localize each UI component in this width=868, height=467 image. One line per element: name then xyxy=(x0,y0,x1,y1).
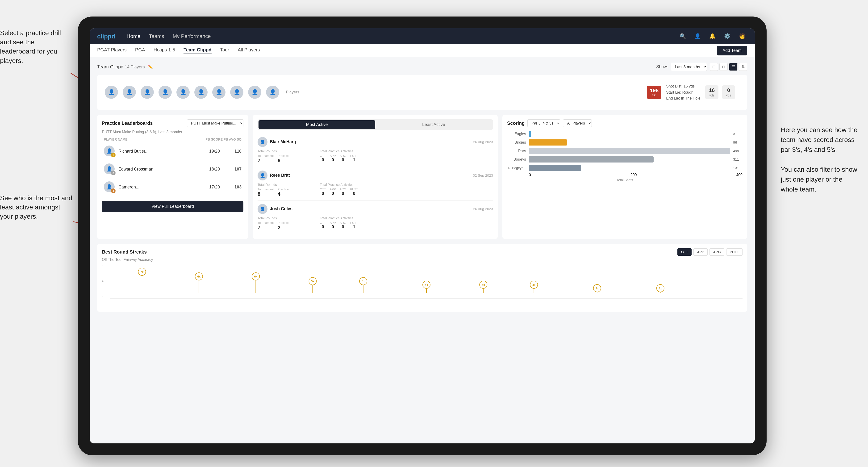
lb-score-1: 19/20 xyxy=(201,149,220,154)
bar-container-pars xyxy=(529,148,730,154)
pai-total-rounds-1: Total Rounds Tournament 7 Practice 6 xyxy=(257,149,286,164)
lb-rank-badge-3: 3 xyxy=(111,188,116,193)
player-avatar-3[interactable]: 👤 xyxy=(141,86,154,99)
x-label-400: 400 xyxy=(736,173,743,177)
drill-selector[interactable]: PUTT Must Make Putting... xyxy=(187,119,243,127)
bar-label-eagles: Eagles xyxy=(507,132,526,136)
lb-player-row-3[interactable]: 👤 3 Cameron... 17/20 103 xyxy=(102,179,243,195)
view-grid-sm-button[interactable]: ⊞ xyxy=(710,63,718,71)
lb-header-row: PLAYER NAME PB SCORE PB AVG SQ xyxy=(102,137,243,141)
scoring-filter-par[interactable]: Par 3, 4 & 5s Par 3s Par 4s Par 5s xyxy=(527,119,560,127)
players-row: 👤 👤 👤 👤 👤 👤 👤 👤 👤 👤 Players 198 SC xyxy=(97,75,747,110)
search-icon[interactable]: 🔍 xyxy=(678,32,688,40)
bar-value-birdies: 96 xyxy=(733,140,743,144)
bar-label-pars: Pars xyxy=(507,149,526,153)
bar-container-bogeys xyxy=(529,156,730,162)
player-avatar-10[interactable]: 👤 xyxy=(266,86,279,99)
bell-icon[interactable]: 🔔 xyxy=(707,32,717,40)
shot-yardage: 16 yds 0 yds xyxy=(705,85,735,99)
view-grid-lg-button[interactable]: ⊟ xyxy=(719,63,728,71)
subnav-tour[interactable]: Tour xyxy=(220,47,229,54)
view-full-leaderboard-button[interactable]: View Full Leaderboard xyxy=(102,201,243,212)
streaks-filter-putt[interactable]: PUTT xyxy=(726,248,743,256)
streaks-filter-ott[interactable]: OTT xyxy=(677,248,691,256)
pai-name-1: Blair McHarg xyxy=(270,139,471,144)
player-avatar-1[interactable]: 👤 xyxy=(105,86,118,99)
nav-bar: clippd Home Teams My Performance 🔍 👤 🔔 ⚙… xyxy=(90,28,755,44)
lb-player-row-2[interactable]: 👤 2 Edward Crossman 18/20 107 xyxy=(102,161,243,178)
scoring-title: Scoring xyxy=(507,121,525,126)
nav-link-home[interactable]: Home xyxy=(127,33,141,39)
player-avatar-4[interactable]: 👤 xyxy=(158,86,172,99)
svg-text:4x: 4x xyxy=(532,283,536,286)
pai-header-2: 👤 Rees Britt 02 Sep 2023 xyxy=(257,170,493,181)
nav-link-teams[interactable]: Teams xyxy=(149,33,164,39)
player-avatar-6[interactable]: 👤 xyxy=(194,86,208,99)
subnav-all-players[interactable]: All Players xyxy=(238,47,260,54)
show-select[interactable]: Last 3 months Last 6 months Last year xyxy=(671,63,707,71)
streaks-filter-row: OTT APP ARG PUTT xyxy=(677,248,743,256)
streaks-filter-arg[interactable]: ARG xyxy=(710,248,724,256)
pai-name-2: Rees Britt xyxy=(270,173,470,178)
pai-header-1: 👤 Blair McHarg 26 Aug 2023 xyxy=(257,137,493,147)
pai-date-3: 26 Aug 2023 xyxy=(473,207,493,211)
bar-container-eagles xyxy=(529,131,730,137)
pai-avatar-2: 👤 xyxy=(257,170,268,181)
view-sort-button[interactable]: ⇅ xyxy=(739,63,747,71)
settings-icon[interactable]: ⚙️ xyxy=(722,32,733,40)
tab-most-active[interactable]: Most Active xyxy=(258,120,375,129)
lb-rank-avatar-1: 👤 1 xyxy=(104,146,116,157)
player-avatar-9[interactable]: 👤 xyxy=(248,86,261,99)
svg-text:6x: 6x xyxy=(254,275,257,278)
svg-text:5x: 5x xyxy=(311,280,314,283)
tab-least-active[interactable]: Least Active xyxy=(375,120,492,129)
lb-player-row-1[interactable]: 👤 1 Richard Butler... 19/20 110 xyxy=(102,143,243,160)
shot-info-card: 198 SC Shot Dist: 16 yds Start Lie: Roug… xyxy=(642,80,740,105)
active-tabs: Most Active Least Active xyxy=(257,119,493,130)
lb-avg-2: 107 xyxy=(223,167,242,172)
lb-avg-1: 110 xyxy=(223,149,242,154)
nav-links: Home Teams My Performance xyxy=(127,33,678,39)
show-label: Show: xyxy=(656,64,668,69)
bottom-row: Practice Leaderboards PUTT Must Make Put… xyxy=(97,115,747,239)
player-activity-1: 👤 Blair McHarg 26 Aug 2023 Total Rounds … xyxy=(257,134,493,167)
subnav-team-clippd[interactable]: Team Clippd xyxy=(184,47,212,54)
bar-row-birdies: Birdies 96 xyxy=(507,139,743,146)
bar-row-pars: Pars 499 xyxy=(507,148,743,154)
player-avatar-2[interactable]: 👤 xyxy=(123,86,136,99)
streaks-card: Best Round Streaks OTT APP ARG PUTT Off … xyxy=(97,244,747,312)
svg-text:3x: 3x xyxy=(659,287,662,290)
svg-text:7x: 7x xyxy=(140,270,144,274)
lb-rank-avatar-2: 👤 2 xyxy=(104,163,116,175)
add-team-button[interactable]: Add Team xyxy=(717,46,747,55)
tablet-screen: clippd Home Teams My Performance 🔍 👤 🔔 ⚙… xyxy=(90,28,755,443)
lb-rank-badge-2: 2 xyxy=(111,170,116,175)
team-title: Team Clippd 14 Players xyxy=(97,64,145,69)
yardage-box-2: 0 yds xyxy=(722,85,735,99)
streaks-title: Best Round Streaks xyxy=(102,249,147,255)
lb-score-2: 18/20 xyxy=(201,167,220,172)
player-avatar-7[interactable]: 👤 xyxy=(212,86,225,99)
person-icon[interactable]: 👤 xyxy=(692,32,703,40)
player-avatar-8[interactable]: 👤 xyxy=(230,86,243,99)
subnav-hcaps[interactable]: Hcaps 1-5 xyxy=(154,47,175,54)
x-label-0: 0 xyxy=(529,173,531,177)
view-list-button[interactable]: ☰ xyxy=(729,63,738,71)
subnav-pga[interactable]: PGA xyxy=(135,47,145,54)
subnav-pgat[interactable]: PGAT Players xyxy=(97,47,127,54)
bar-value-dbogeys: 131 xyxy=(733,166,743,170)
avatar-icon[interactable]: 🧑 xyxy=(737,32,747,40)
annotation-right: Here you can see how the team have score… xyxy=(781,125,861,194)
player-avatar-5[interactable]: 👤 xyxy=(177,86,190,99)
annotation-left-bottom: See who is the most and least active amo… xyxy=(0,193,73,221)
svg-text:4x: 4x xyxy=(425,283,428,286)
pai-name-3: Josh Coles xyxy=(270,206,471,211)
nav-link-my-performance[interactable]: My Performance xyxy=(173,33,211,39)
chart-x-title: Total Shots xyxy=(507,178,743,182)
streaks-filter-app[interactable]: APP xyxy=(693,248,708,256)
yardage-box-1: 16 yds xyxy=(705,85,718,99)
team-header: Team Clippd 14 Players ✏️ Show: Last 3 m… xyxy=(97,63,747,71)
player-activity-2: 👤 Rees Britt 02 Sep 2023 Total Rounds To… xyxy=(257,167,493,201)
edit-icon[interactable]: ✏️ xyxy=(148,65,153,69)
scoring-filter-player[interactable]: All Players xyxy=(563,119,592,127)
